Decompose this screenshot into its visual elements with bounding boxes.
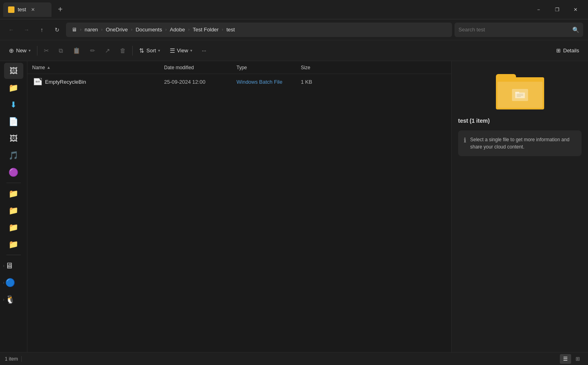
- pictures-icon: 🖼: [10, 134, 18, 143]
- breadcrumb-onedrive[interactable]: OneDrive: [104, 26, 130, 33]
- sidebar-item-folder2[interactable]: 📁: [4, 202, 23, 219]
- grid-view-button[interactable]: ⊞: [572, 354, 583, 364]
- search-box[interactable]: 🔍: [454, 23, 583, 37]
- details-panel: test (1 item) ℹ Select a single file to …: [451, 61, 588, 352]
- new-tab-button[interactable]: +: [55, 3, 66, 16]
- search-input[interactable]: [458, 27, 569, 33]
- view-button[interactable]: ☰ View ▾: [166, 45, 196, 57]
- gallery-icon: 🖼: [10, 66, 18, 76]
- new-button[interactable]: ⊕ New ▾: [5, 45, 35, 57]
- rename-button[interactable]: ✏: [86, 45, 99, 57]
- delete-button[interactable]: 🗑: [116, 45, 130, 56]
- linux-icon: 🐧: [5, 295, 15, 304]
- sidebar-item-folder4[interactable]: 📁: [4, 236, 23, 252]
- column-type[interactable]: Type: [236, 65, 301, 70]
- folder-inner-decoration: [512, 89, 528, 101]
- tab-close-button[interactable]: ✕: [31, 7, 35, 12]
- list-view-button[interactable]: ☰: [560, 354, 571, 364]
- file-row-name: BAT EmptyRecycleBin: [29, 78, 164, 85]
- restore-button[interactable]: ❐: [548, 3, 566, 16]
- sidebar-item-pictures[interactable]: 🖼: [4, 130, 23, 146]
- nav-forward-button[interactable]: →: [20, 23, 33, 36]
- details-info-text: Select a single file to get more informa…: [470, 136, 576, 151]
- breadcrumb-naren[interactable]: naren: [83, 26, 99, 33]
- nav-refresh-button[interactable]: ↻: [51, 23, 64, 36]
- new-label: New: [16, 47, 27, 54]
- rename-icon: ✏: [90, 47, 95, 54]
- folder2-icon: 📁: [8, 206, 19, 215]
- nav-up-button[interactable]: ↑: [35, 23, 48, 36]
- status-sep: [21, 356, 22, 362]
- minimize-button[interactable]: −: [529, 3, 548, 16]
- column-header: Name ▲ Date modified Type Size: [27, 61, 451, 74]
- toolbar-sep-2: [132, 46, 133, 56]
- more-button[interactable]: ···: [198, 45, 210, 56]
- breadcrumb-sep-3: ›: [131, 27, 132, 32]
- sort-button[interactable]: ⇅ Sort ▾: [135, 45, 164, 57]
- folder1-icon: 📁: [8, 189, 19, 198]
- copy-icon: ⧉: [59, 47, 63, 54]
- breadcrumb-computer[interactable]: 🖥: [70, 26, 78, 33]
- view-chevron-icon: ▾: [190, 48, 192, 53]
- svg-rect-1: [515, 92, 519, 93]
- breadcrumb[interactable]: 🖥 › naren › OneDrive › Documents › Adobe…: [66, 23, 452, 37]
- breadcrumb-sep-4: ›: [165, 27, 167, 32]
- sidebar-item-downloads[interactable]: ⬇: [4, 97, 23, 113]
- details-button[interactable]: ⊞ Details: [552, 45, 583, 56]
- column-size[interactable]: Size: [301, 65, 341, 70]
- view-toggle: ☰ ⊞: [560, 354, 583, 364]
- details-label: Details: [563, 47, 579, 54]
- window-controls: − ❐ ✕: [529, 3, 585, 16]
- file-type[interactable]: Windows Batch File: [236, 79, 301, 85]
- network-expand-icon: ›: [3, 280, 4, 285]
- breadcrumb-adobe[interactable]: Adobe: [168, 26, 187, 33]
- breadcrumb-test[interactable]: test: [225, 26, 236, 33]
- more-label: ···: [202, 47, 206, 54]
- sidebar-item-linux[interactable]: › 🐧: [2, 291, 26, 307]
- folder4-icon: 📁: [8, 239, 19, 249]
- breadcrumb-sep-1: ›: [80, 27, 81, 32]
- sidebar-item-folder1[interactable]: 📁: [4, 186, 23, 202]
- table-row[interactable]: BAT EmptyRecycleBin 25-09-2024 12:00 Win…: [29, 74, 450, 89]
- column-date-modified[interactable]: Date modified: [164, 65, 236, 70]
- active-tab[interactable]: test ✕: [3, 2, 51, 17]
- new-chevron-icon: ▾: [29, 48, 31, 53]
- sidebar-item-gallery[interactable]: 🖼: [4, 63, 23, 79]
- file-size: 1 KB: [301, 79, 341, 85]
- address-bar: ← → ↑ ↻ 🖥 › naren › OneDrive › Documents…: [0, 19, 588, 40]
- network-icon: 🔵: [5, 278, 15, 287]
- sidebar-item-documents[interactable]: 📄: [4, 113, 23, 130]
- share-icon: ↗: [105, 47, 110, 54]
- sort-chevron-icon: ▾: [158, 48, 160, 53]
- paste-button[interactable]: 📋: [69, 45, 84, 57]
- cut-button[interactable]: ✂: [40, 45, 53, 57]
- this-pc-icon: 🖥: [5, 261, 13, 270]
- status-bar: 1 item ☰ ⊞: [0, 352, 588, 365]
- sidebar-item-network[interactable]: › 🔵: [2, 274, 26, 291]
- column-name[interactable]: Name ▲: [27, 65, 164, 70]
- music-icon: 🎵: [8, 151, 19, 160]
- breadcrumb-sep-2: ›: [101, 27, 103, 32]
- sidebar-divider: [6, 183, 21, 183]
- paste-icon: 📋: [73, 47, 80, 54]
- sort-icon: ⇅: [139, 47, 144, 54]
- breadcrumb-documents[interactable]: Documents: [134, 26, 164, 33]
- nav-back-button[interactable]: ←: [5, 23, 18, 36]
- view-icon: ☰: [170, 47, 175, 54]
- sidebar-item-app1[interactable]: 🟣: [4, 164, 23, 180]
- details-folder-title: test (1 item): [458, 118, 490, 124]
- share-button[interactable]: ↗: [101, 45, 114, 57]
- breadcrumb-testfolder[interactable]: Test Folder: [191, 26, 220, 33]
- tab-title: test: [18, 6, 26, 12]
- info-icon: ℹ: [464, 136, 466, 144]
- sidebar-item-this-pc[interactable]: › 🖥: [2, 258, 26, 274]
- sidebar-item-folders[interactable]: 📁: [4, 80, 23, 96]
- sidebar-divider-2: [6, 255, 21, 255]
- sidebar-item-music[interactable]: 🎵: [4, 147, 23, 163]
- sort-label: Sort: [146, 47, 156, 54]
- toolbar: ⊕ New ▾ ✂ ⧉ 📋 ✏ ↗ 🗑 ⇅ Sort ▾ ☰ View ▾ ··…: [0, 40, 588, 61]
- sidebar-item-folder3[interactable]: 📁: [4, 219, 23, 235]
- folders-icon: 📁: [8, 83, 19, 93]
- copy-button[interactable]: ⧉: [55, 45, 67, 57]
- close-button[interactable]: ✕: [566, 3, 585, 16]
